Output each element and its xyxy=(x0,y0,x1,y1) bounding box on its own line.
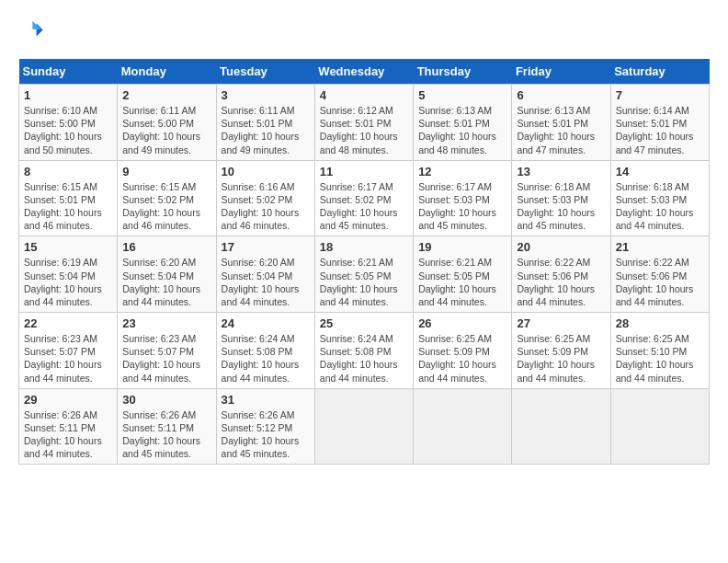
calendar-cell: 29Sunrise: 6:26 AM Sunset: 5:11 PM Dayli… xyxy=(19,388,118,465)
day-number: 26 xyxy=(418,316,506,330)
calendar-week-row: 29Sunrise: 6:26 AM Sunset: 5:11 PM Dayli… xyxy=(19,388,710,465)
calendar-cell: 7Sunrise: 6:14 AM Sunset: 5:01 PM Daylig… xyxy=(610,85,709,161)
day-number: 2 xyxy=(122,88,210,102)
page-header xyxy=(18,18,710,44)
day-info: Sunrise: 6:10 AM Sunset: 5:00 PM Dayligh… xyxy=(24,104,112,156)
day-info: Sunrise: 6:11 AM Sunset: 5:00 PM Dayligh… xyxy=(122,104,210,156)
day-number: 12 xyxy=(418,165,506,178)
calendar-week-row: 22Sunrise: 6:23 AM Sunset: 5:07 PM Dayli… xyxy=(19,313,710,389)
day-info: Sunrise: 6:18 AM Sunset: 5:03 PM Dayligh… xyxy=(517,180,605,233)
logo xyxy=(18,18,48,44)
calendar-cell: 28Sunrise: 6:25 AM Sunset: 5:10 PM Dayli… xyxy=(610,313,709,389)
calendar-cell: 22Sunrise: 6:23 AM Sunset: 5:07 PM Dayli… xyxy=(19,313,118,389)
day-number: 10 xyxy=(222,165,310,178)
day-number: 23 xyxy=(122,316,210,330)
day-number: 15 xyxy=(24,240,112,254)
calendar-week-row: 8Sunrise: 6:15 AM Sunset: 5:01 PM Daylig… xyxy=(19,160,710,236)
calendar-cell: 25Sunrise: 6:24 AM Sunset: 5:08 PM Dayli… xyxy=(314,313,413,389)
day-info: Sunrise: 6:15 AM Sunset: 5:01 PM Dayligh… xyxy=(24,180,112,233)
calendar-cell: 9Sunrise: 6:15 AM Sunset: 5:02 PM Daylig… xyxy=(118,160,216,236)
calendar-cell: 5Sunrise: 6:13 AM Sunset: 5:01 PM Daylig… xyxy=(414,85,512,161)
day-info: Sunrise: 6:13 AM Sunset: 5:01 PM Dayligh… xyxy=(517,104,605,156)
calendar-cell: 17Sunrise: 6:20 AM Sunset: 5:04 PM Dayli… xyxy=(216,236,314,313)
day-info: Sunrise: 6:21 AM Sunset: 5:05 PM Dayligh… xyxy=(418,256,506,308)
calendar-header-row: SundayMondayTuesdayWednesdayThursdayFrid… xyxy=(19,59,710,85)
calendar-cell: 6Sunrise: 6:13 AM Sunset: 5:01 PM Daylig… xyxy=(512,85,610,161)
day-number: 19 xyxy=(418,240,506,254)
day-info: Sunrise: 6:20 AM Sunset: 5:04 PM Dayligh… xyxy=(122,256,210,308)
day-info: Sunrise: 6:21 AM Sunset: 5:05 PM Dayligh… xyxy=(320,256,408,308)
day-info: Sunrise: 6:26 AM Sunset: 5:11 PM Dayligh… xyxy=(122,408,210,461)
day-info: Sunrise: 6:17 AM Sunset: 5:02 PM Dayligh… xyxy=(320,180,408,233)
day-number: 18 xyxy=(320,240,408,254)
day-number: 14 xyxy=(616,165,704,178)
calendar-cell: 19Sunrise: 6:21 AM Sunset: 5:05 PM Dayli… xyxy=(414,236,512,313)
day-info: Sunrise: 6:20 AM Sunset: 5:04 PM Dayligh… xyxy=(222,256,310,308)
day-number: 8 xyxy=(24,165,112,178)
calendar-cell: 1Sunrise: 6:10 AM Sunset: 5:00 PM Daylig… xyxy=(19,85,118,161)
calendar-cell: 11Sunrise: 6:17 AM Sunset: 5:02 PM Dayli… xyxy=(314,160,413,236)
calendar-cell: 16Sunrise: 6:20 AM Sunset: 5:04 PM Dayli… xyxy=(118,236,216,313)
calendar-cell: 14Sunrise: 6:18 AM Sunset: 5:03 PM Dayli… xyxy=(610,160,709,236)
day-info: Sunrise: 6:26 AM Sunset: 5:11 PM Dayligh… xyxy=(24,408,112,461)
day-number: 21 xyxy=(616,240,704,254)
calendar-cell: 3Sunrise: 6:11 AM Sunset: 5:01 PM Daylig… xyxy=(216,85,314,161)
day-number: 30 xyxy=(122,393,210,407)
calendar-cell: 26Sunrise: 6:25 AM Sunset: 5:09 PM Dayli… xyxy=(414,313,512,389)
calendar-cell: 8Sunrise: 6:15 AM Sunset: 5:01 PM Daylig… xyxy=(19,160,118,236)
day-number: 24 xyxy=(222,316,310,330)
day-header-tuesday: Tuesday xyxy=(216,59,314,85)
calendar-body: 1Sunrise: 6:10 AM Sunset: 5:00 PM Daylig… xyxy=(19,85,710,465)
day-number: 27 xyxy=(517,316,605,330)
day-info: Sunrise: 6:15 AM Sunset: 5:02 PM Dayligh… xyxy=(122,180,210,233)
day-number: 22 xyxy=(24,316,112,330)
day-number: 4 xyxy=(320,88,408,102)
day-info: Sunrise: 6:24 AM Sunset: 5:08 PM Dayligh… xyxy=(320,332,408,385)
calendar-cell: 13Sunrise: 6:18 AM Sunset: 5:03 PM Dayli… xyxy=(512,160,610,236)
day-info: Sunrise: 6:18 AM Sunset: 5:03 PM Dayligh… xyxy=(616,180,704,233)
day-info: Sunrise: 6:16 AM Sunset: 5:02 PM Dayligh… xyxy=(222,180,310,233)
calendar-cell: 12Sunrise: 6:17 AM Sunset: 5:03 PM Dayli… xyxy=(414,160,512,236)
calendar-cell xyxy=(414,388,512,465)
calendar-week-row: 15Sunrise: 6:19 AM Sunset: 5:04 PM Dayli… xyxy=(19,236,710,313)
calendar-cell: 30Sunrise: 6:26 AM Sunset: 5:11 PM Dayli… xyxy=(118,388,216,465)
day-number: 11 xyxy=(320,165,408,178)
day-number: 16 xyxy=(122,240,210,254)
day-number: 1 xyxy=(24,88,112,102)
day-number: 29 xyxy=(24,393,112,407)
calendar-cell: 24Sunrise: 6:24 AM Sunset: 5:08 PM Dayli… xyxy=(216,313,314,389)
day-info: Sunrise: 6:14 AM Sunset: 5:01 PM Dayligh… xyxy=(616,104,704,156)
day-number: 17 xyxy=(222,240,310,254)
day-number: 20 xyxy=(517,240,605,254)
day-info: Sunrise: 6:12 AM Sunset: 5:01 PM Dayligh… xyxy=(320,104,408,156)
day-number: 31 xyxy=(222,393,310,407)
calendar-cell: 23Sunrise: 6:23 AM Sunset: 5:07 PM Dayli… xyxy=(118,313,216,389)
day-info: Sunrise: 6:23 AM Sunset: 5:07 PM Dayligh… xyxy=(122,332,210,385)
day-number: 25 xyxy=(320,316,408,330)
calendar-cell: 27Sunrise: 6:25 AM Sunset: 5:09 PM Dayli… xyxy=(512,313,610,389)
day-number: 3 xyxy=(222,88,310,102)
calendar-table: SundayMondayTuesdayWednesdayThursdayFrid… xyxy=(18,59,710,465)
day-info: Sunrise: 6:17 AM Sunset: 5:03 PM Dayligh… xyxy=(418,180,506,233)
day-header-thursday: Thursday xyxy=(414,59,512,85)
calendar-cell xyxy=(610,388,709,465)
day-info: Sunrise: 6:11 AM Sunset: 5:01 PM Dayligh… xyxy=(222,104,310,156)
day-header-friday: Friday xyxy=(512,59,610,85)
day-info: Sunrise: 6:19 AM Sunset: 5:04 PM Dayligh… xyxy=(24,256,112,308)
calendar-cell xyxy=(512,388,610,465)
day-number: 28 xyxy=(616,316,704,330)
day-info: Sunrise: 6:13 AM Sunset: 5:01 PM Dayligh… xyxy=(418,104,506,156)
svg-marker-0 xyxy=(37,24,43,37)
day-info: Sunrise: 6:25 AM Sunset: 5:09 PM Dayligh… xyxy=(517,332,605,385)
calendar-week-row: 1Sunrise: 6:10 AM Sunset: 5:00 PM Daylig… xyxy=(19,85,710,161)
day-header-monday: Monday xyxy=(118,59,216,85)
day-info: Sunrise: 6:24 AM Sunset: 5:08 PM Dayligh… xyxy=(222,332,310,385)
day-info: Sunrise: 6:26 AM Sunset: 5:12 PM Dayligh… xyxy=(222,408,310,461)
day-info: Sunrise: 6:23 AM Sunset: 5:07 PM Dayligh… xyxy=(24,332,112,385)
day-number: 7 xyxy=(616,88,704,102)
logo-icon xyxy=(18,18,44,44)
day-header-sunday: Sunday xyxy=(19,59,118,85)
calendar-cell: 21Sunrise: 6:22 AM Sunset: 5:06 PM Dayli… xyxy=(610,236,709,313)
calendar-cell: 20Sunrise: 6:22 AM Sunset: 5:06 PM Dayli… xyxy=(512,236,610,313)
calendar-cell xyxy=(314,388,413,465)
